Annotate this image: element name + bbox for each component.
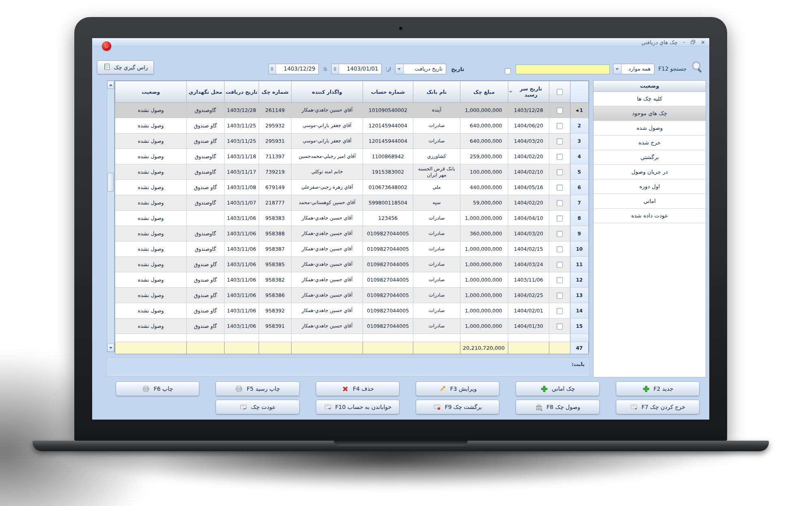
cell-due_date: 1404/03/20 <box>508 226 549 241</box>
table-row[interactable]: 81404/04/101,000,000,000صادرات123456آقاي… <box>115 211 589 226</box>
dropdown-arrow-icon[interactable] <box>613 64 622 74</box>
table-row[interactable]: 131404/02/251,000,000,000صادرات010982704… <box>115 288 589 303</box>
bounce-check-f9-button[interactable]: برگشت چک F9 <box>416 400 499 414</box>
column-header-check_number[interactable]: شماره چک <box>259 81 292 103</box>
laptop-screen-bezel: چک هاي دريافتي – ✕ ◡ جستجو F12 <box>74 17 727 441</box>
scroll-up-icon[interactable] <box>107 81 114 89</box>
scrollbar-thumb[interactable] <box>108 173 114 192</box>
table-row[interactable]: 71404/02/2059,000,000سپه599800118504آقاي… <box>115 195 589 211</box>
new-check-f2-button[interactable]: جديد F2 <box>616 381 700 396</box>
column-header-status[interactable]: وضعيت <box>115 81 187 103</box>
trust-check-button[interactable]: چک اماني <box>516 381 599 396</box>
table-row[interactable]: 41404/02/20259,000,000کشاورزي1100868942آ… <box>115 149 589 164</box>
column-header-due_date[interactable]: تاريخ سر رسيد <box>508 81 549 103</box>
row-select-checkbox[interactable] <box>557 277 563 283</box>
column-header-storage[interactable]: محل نگهداري <box>186 81 224 103</box>
row-select-checkbox[interactable] <box>557 215 563 222</box>
select-all-checkbox[interactable] <box>557 89 563 95</box>
row-select-checkbox[interactable] <box>557 200 563 206</box>
print-f6-button[interactable]: چاپ F6 <box>116 381 199 396</box>
row-select-checkbox[interactable] <box>557 262 563 268</box>
scrollbar-track[interactable] <box>107 89 114 344</box>
sidebar-item-all-checks[interactable]: کليه چک ها <box>594 92 706 106</box>
row-select-checkbox[interactable] <box>557 123 563 129</box>
row-select-checkbox[interactable] <box>557 138 563 144</box>
sidebar-item-bounced[interactable]: برگشتي <box>594 150 706 165</box>
table-row[interactable]: 101404/02/151,000,000,000صادرات010982704… <box>115 241 589 257</box>
cell-select[interactable] <box>549 241 570 257</box>
sidebar-item-spent[interactable]: خرج شده <box>594 136 706 150</box>
row-select-checkbox[interactable] <box>557 231 563 237</box>
close-button[interactable]: ✕ <box>701 40 705 45</box>
dropdown-arrow-icon[interactable] <box>395 64 404 74</box>
row-select-checkbox[interactable] <box>557 323 563 329</box>
spinner-arrows-icon[interactable] <box>269 64 276 74</box>
sidebar-item-returned[interactable]: عودت داده شده <box>594 209 706 223</box>
scope-dropdown-value: همه موارد <box>622 64 654 74</box>
sidebar-item-trust[interactable]: اماني <box>594 194 706 209</box>
table-row[interactable]: 91404/03/20360,000,000صادرات010982704400… <box>115 226 589 241</box>
column-header-bank[interactable]: نام بانک <box>413 81 460 103</box>
table-row[interactable]: 21404/06/20640,000,000صادرات120145944004… <box>115 118 589 133</box>
table-row[interactable]: 121403/11/061,000,000,000صادرات010982704… <box>115 272 589 288</box>
column-header-account[interactable]: شماره حساب <box>363 81 413 103</box>
minimize-button[interactable]: – <box>683 40 685 45</box>
table-row[interactable]: 61404/05/16440,000,000ملي010673648002آقا… <box>115 180 589 195</box>
restore-button[interactable] <box>691 40 695 45</box>
table-row[interactable]: 51404/02/10100,000,000بانک قرض الحسنه مه… <box>115 164 589 180</box>
table-row[interactable]: 151404/01/301,000,000,000صادرات010982704… <box>115 319 589 334</box>
row-select-checkbox[interactable] <box>557 185 563 191</box>
row-select-checkbox[interactable] <box>557 293 563 299</box>
delete-f4-button[interactable]: حذف F4 <box>316 381 400 396</box>
cell-select[interactable] <box>549 288 570 303</box>
column-header-receipt_date[interactable]: تاريخ دريافت <box>224 81 259 103</box>
cell-select[interactable] <box>549 180 570 195</box>
cell-select[interactable] <box>549 195 570 211</box>
edit-f3-button[interactable]: ويرايش F3 <box>416 381 499 396</box>
table-row[interactable]: 111404/03/241,000,000,000صادرات010982704… <box>115 257 589 272</box>
scope-dropdown[interactable]: همه موارد <box>613 64 654 74</box>
sidebar-item-in-collection[interactable]: در جريان وصول <box>594 165 706 179</box>
scroll-down-icon[interactable] <box>107 344 114 352</box>
search-input[interactable] <box>516 65 610 74</box>
date-filter-checkbox[interactable] <box>505 68 511 74</box>
date-field-dropdown[interactable]: تاريخ دريافت <box>395 64 446 74</box>
from-date-spinner[interactable]: 1403/01/01 <box>331 64 382 74</box>
column-header-transferor[interactable]: واگذار کننده <box>292 81 363 103</box>
row-select-checkbox[interactable] <box>557 169 563 175</box>
column-header-amount[interactable]: مبلغ چک <box>460 81 508 103</box>
row-select-checkbox[interactable] <box>557 308 563 314</box>
vertical-scrollbar[interactable] <box>107 80 114 352</box>
cell-select[interactable] <box>549 272 570 288</box>
spinner-arrows-icon[interactable] <box>332 64 339 74</box>
deposit-to-account-f10-button[interactable]: خواباندن به حساب F10 <box>316 400 400 414</box>
table-row[interactable]: 31404/03/20640,000,000صادرات120145944004… <box>115 133 589 149</box>
cell-select[interactable] <box>549 226 570 241</box>
row-select-checkbox[interactable] <box>557 246 563 252</box>
cell-select[interactable] <box>549 133 570 149</box>
search-icon[interactable] <box>691 60 704 74</box>
table-row[interactable]: 141404/02/011,000,000,000صادرات010982704… <box>115 303 589 319</box>
row-select-checkbox[interactable] <box>557 154 563 160</box>
cell-select[interactable] <box>549 211 570 226</box>
collect-check-f8-button[interactable]: وصول چک F8 <box>516 400 599 414</box>
row-select-checkbox[interactable] <box>557 108 563 114</box>
column-header-num[interactable] <box>570 81 588 103</box>
cell-select[interactable] <box>549 103 570 118</box>
cell-select[interactable] <box>549 303 570 319</box>
sidebar-item-collected[interactable]: وصول شده <box>594 121 706 136</box>
to-date-spinner[interactable]: 1403/12/29 <box>268 64 319 74</box>
cell-select[interactable] <box>549 118 570 133</box>
sidebar-item-opening-period[interactable]: اول دوره <box>594 179 706 194</box>
return-check-button[interactable]: عودت چک <box>216 400 299 414</box>
spend-check-f7-button[interactable]: خرج کردن چک F7 <box>616 400 700 414</box>
check-rescheduling-button[interactable]: راس گيري چک <box>97 60 154 74</box>
cell-select[interactable] <box>549 319 570 334</box>
cell-select[interactable] <box>549 149 570 164</box>
print-receipt-f5-button[interactable]: چاپ رسيد F5 <box>216 381 299 396</box>
column-header-select[interactable] <box>549 81 570 103</box>
sidebar-item-available-checks[interactable]: چک هاي موجود <box>594 106 706 121</box>
table-row[interactable]: ◀11403/12/281,000,000,000آينده1010905400… <box>115 103 589 118</box>
cell-select[interactable] <box>549 164 570 180</box>
cell-select[interactable] <box>549 257 570 272</box>
